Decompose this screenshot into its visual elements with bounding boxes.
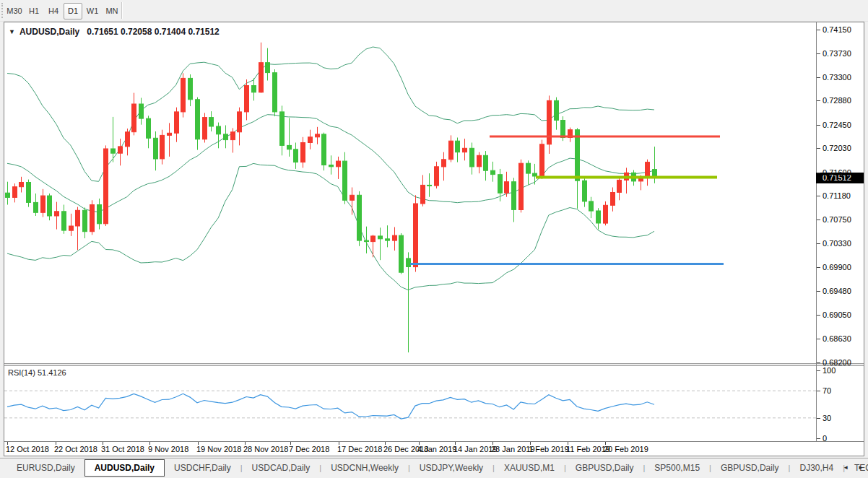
price-axis-label: 0.73730 — [823, 49, 851, 58]
rsi-indicator-label: RSI(14) 51.4126 — [8, 368, 66, 377]
rsi-line — [7, 394, 654, 419]
price-tick — [817, 100, 820, 101]
period-button-h1[interactable]: H1 — [25, 3, 43, 19]
candle-body — [273, 73, 277, 112]
candle-body — [97, 205, 102, 224]
candle-body — [449, 141, 453, 160]
candle-body — [329, 165, 334, 167]
price-axis-label: 0.71600 — [823, 168, 851, 177]
candle-body — [399, 235, 404, 272]
candle-body — [41, 196, 45, 212]
candle-body — [393, 235, 397, 240]
period-button-m30[interactable]: M30 — [5, 3, 24, 19]
candle-body — [147, 118, 151, 138]
chart-tab-sp500-m15[interactable]: SP500,M15 — [645, 459, 709, 477]
candle-body — [512, 182, 516, 210]
candle-body — [561, 121, 565, 138]
price-axis-line — [816, 22, 817, 442]
candle-body — [139, 104, 144, 118]
candle-body — [435, 167, 439, 186]
price-axis-label: 0.74150 — [823, 25, 851, 34]
price-tick — [817, 53, 820, 54]
chart-tab-dj30-h4[interactable]: DJ30,H4 — [790, 459, 843, 477]
candle-body — [583, 181, 587, 201]
candle-body — [287, 145, 292, 149]
candle-body — [76, 210, 80, 226]
period-button-w1[interactable]: W1 — [83, 3, 102, 19]
candle-body — [245, 86, 249, 112]
price-tick — [817, 315, 820, 316]
chart-tab-audusd-daily-active[interactable]: AUDUSD,Daily — [84, 459, 165, 477]
candle-body — [160, 135, 165, 159]
candle-body — [217, 126, 221, 134]
chart-tab-gbpusd-daily[interactable]: GBPUSD,Daily — [566, 459, 643, 477]
price-tick — [817, 173, 820, 173]
chart-tab-xauusd-m1[interactable]: XAUUSD,M1 — [495, 459, 564, 477]
price-tick — [817, 243, 820, 244]
chart-tab-bar: EURUSD,DailyAUDUSD,DailyUSDCHF,Daily|USD… — [0, 458, 868, 478]
candle-body — [132, 104, 136, 132]
candle-body — [83, 210, 87, 231]
ohlc-values: 0.71651 0.72058 0.71404 0.71512 — [87, 27, 220, 37]
candle-body — [617, 180, 622, 192]
candle-body — [27, 183, 31, 203]
candle-body — [280, 112, 285, 146]
chart-tab-eurusd-daily[interactable]: EURUSD,Daily — [7, 459, 84, 477]
chart-tab-usdcad-daily[interactable]: USDCAD,Daily — [243, 459, 320, 477]
time-axis-label: 28 Nov 2018 — [243, 445, 288, 453]
candle-body — [337, 161, 341, 167]
candle-body — [55, 212, 59, 216]
price-chart-plot[interactable] — [4, 22, 816, 363]
chart-tab-usdcnh-weekly[interactable]: USDCNH,Weekly — [321, 459, 408, 477]
candle-body — [154, 138, 158, 159]
price-axis-label: 0.70330 — [823, 239, 851, 248]
candle-body — [316, 134, 320, 137]
candle-body — [519, 163, 524, 209]
candle-body — [111, 149, 116, 153]
candle-body — [604, 205, 608, 223]
candle-body — [343, 161, 347, 200]
rsi-indicator-plot[interactable] — [4, 366, 816, 441]
time-axis-label: 20 Feb 2019 — [604, 445, 648, 453]
collapse-arrow-icon[interactable]: ▼ — [9, 28, 15, 35]
rsi-axis-label: 100 — [823, 366, 836, 375]
price-tick — [817, 291, 820, 292]
period-button-mn[interactable]: MN — [103, 3, 121, 19]
candle-body — [308, 137, 313, 143]
chart-ohlc-header: ▼AUDUSD,Daily0.71651 0.72058 0.71404 0.7… — [9, 27, 220, 37]
time-axis-label: 9 Nov 2018 — [148, 445, 188, 453]
chart-tab-gbpusd-daily[interactable]: GBPUSD,Daily — [711, 459, 789, 477]
chart-tab-usdjpy-weekly[interactable]: USDJPY,Weekly — [410, 459, 492, 477]
candlestick-series — [6, 43, 657, 352]
candle-body — [491, 170, 495, 174]
rsi-axis-label: 30 — [823, 414, 831, 422]
period-button-h4[interactable]: H4 — [44, 3, 63, 19]
price-tick — [817, 339, 820, 339]
time-axis-label: 19 Nov 2018 — [196, 445, 241, 453]
candle-body — [589, 201, 594, 211]
candle-body — [34, 202, 38, 212]
price-tick — [817, 30, 820, 30]
candle-body — [350, 195, 355, 200]
candle-body — [203, 118, 207, 139]
candle-body — [168, 133, 172, 135]
rsi-tick — [817, 418, 820, 419]
price-axis-label: 0.69050 — [823, 310, 851, 319]
price-tick — [817, 125, 820, 126]
panel-splitter[interactable] — [4, 363, 864, 366]
price-axis-label: 0.72030 — [823, 144, 851, 152]
candle-body — [266, 63, 270, 73]
price-axis-label: 0.71180 — [823, 191, 851, 200]
chart-tab-usdchf-daily[interactable]: USDCHF,Daily — [165, 459, 240, 477]
rsi-axis-label: 70 — [823, 386, 831, 395]
candle-body — [48, 196, 52, 216]
timeframe-toolbar: M30H1H4D1W1MN — [0, 0, 868, 22]
time-axis-label: 31 Oct 2018 — [101, 445, 144, 453]
price-axis-label: 0.73300 — [823, 73, 851, 82]
candle-body — [259, 63, 264, 92]
tab-scroll-left-icon[interactable]: ◄ — [843, 464, 849, 471]
price-axis-label: 0.72450 — [823, 121, 851, 129]
candle-body — [181, 78, 186, 111]
tab-scroll-right-icon[interactable]: ► — [858, 464, 864, 471]
period-button-d1[interactable]: D1 — [64, 3, 82, 19]
